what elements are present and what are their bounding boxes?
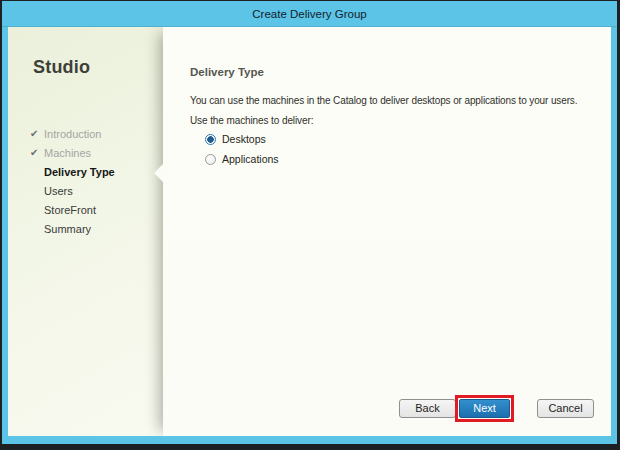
- window-title: Create Delivery Group: [252, 8, 366, 20]
- step-label: Introduction: [44, 128, 101, 140]
- radio-label: Applications: [222, 153, 279, 165]
- radio-option-applications[interactable]: Applications: [205, 151, 279, 167]
- cancel-button[interactable]: Cancel: [537, 399, 594, 418]
- page-title: Delivery Type: [190, 66, 264, 78]
- delivery-options: Desktops Applications: [205, 131, 279, 171]
- radio-icon: [205, 134, 216, 145]
- step-introduction[interactable]: ✔ Introduction: [30, 124, 159, 143]
- back-button[interactable]: Back: [399, 399, 456, 418]
- step-storefront[interactable]: ✔ StoreFront: [30, 200, 159, 219]
- step-label: Delivery Type: [44, 166, 115, 178]
- create-delivery-group-window: Create Delivery Group Studio ✔ Introduct…: [2, 1, 617, 444]
- step-users[interactable]: ✔ Users: [30, 181, 159, 200]
- radio-icon: [205, 154, 216, 165]
- next-button-highlight: Next: [455, 395, 514, 422]
- step-label: Users: [44, 185, 73, 197]
- next-button[interactable]: Next: [459, 399, 510, 418]
- step-label: Summary: [44, 223, 91, 235]
- step-label: StoreFront: [44, 204, 96, 216]
- step-delivery-type[interactable]: ✔ Delivery Type: [30, 162, 159, 181]
- check-icon: ✔: [30, 129, 44, 139]
- description-text: You can use the machines in the Catalog …: [190, 95, 577, 106]
- wizard-sidebar: Studio ✔ Introduction ✔ Machines ✔ Deliv…: [8, 27, 163, 436]
- radio-label: Desktops: [222, 133, 266, 145]
- studio-brand: Studio: [33, 57, 90, 78]
- step-machines[interactable]: ✔ Machines: [30, 143, 159, 162]
- step-label: Machines: [44, 147, 91, 159]
- current-step-pointer: [154, 164, 163, 182]
- prompt-text: Use the machines to deliver:: [190, 115, 313, 126]
- wizard-content-panel: Delivery Type You can use the machines i…: [163, 27, 611, 436]
- screen: Create Delivery Group Studio ✔ Introduct…: [0, 0, 620, 450]
- step-summary[interactable]: ✔ Summary: [30, 219, 159, 238]
- wizard-body: Studio ✔ Introduction ✔ Machines ✔ Deliv…: [8, 27, 611, 436]
- radio-option-desktops[interactable]: Desktops: [205, 131, 279, 147]
- wizard-step-list: ✔ Introduction ✔ Machines ✔ Delivery Typ…: [30, 124, 159, 238]
- window-titlebar[interactable]: Create Delivery Group: [2, 1, 617, 27]
- check-icon: ✔: [30, 148, 44, 158]
